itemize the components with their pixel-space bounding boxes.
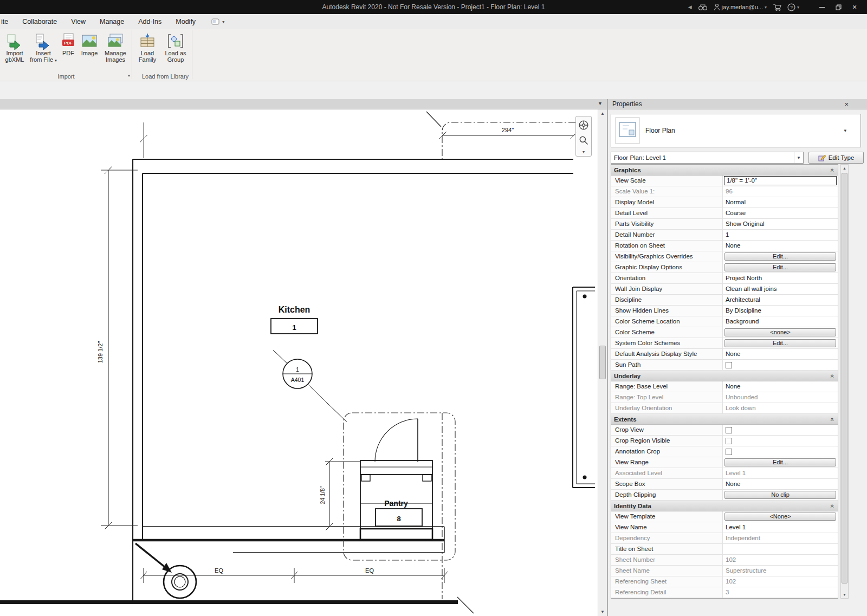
type-selector-caret-icon[interactable]: ▾ <box>844 128 846 133</box>
value-text[interactable]: Coarse <box>723 208 746 218</box>
tab-manage[interactable]: Manage <box>93 14 131 29</box>
value-checkbox[interactable] <box>726 362 732 368</box>
value-input[interactable]: 1/8" = 1'-0" <box>724 176 837 185</box>
collapse-strip-icon[interactable]: ▼ <box>598 101 603 106</box>
value-button[interactable]: Edit... <box>724 263 836 271</box>
import-gbxml-button[interactable]: Import gbXML <box>1 30 28 63</box>
value-text[interactable]: Architectural <box>723 295 760 305</box>
insert-from-file-button[interactable]: Insert from File ▾ <box>28 30 59 64</box>
close-button[interactable]: × <box>846 0 863 14</box>
value-button[interactable]: Edit... <box>724 458 836 466</box>
tab-view[interactable]: View <box>64 14 93 29</box>
property-value <box>723 360 838 370</box>
value-checkbox[interactable] <box>726 438 732 444</box>
search-button[interactable] <box>698 3 708 11</box>
value-text: Unbounded <box>723 392 758 403</box>
door-swing-arc[interactable] <box>375 419 418 462</box>
minimize-icon <box>819 7 825 8</box>
steering-wheel-icon[interactable] <box>578 119 590 131</box>
value-text[interactable]: None <box>723 349 741 359</box>
ribbon-group-import[interactable]: Import <box>0 72 132 81</box>
type-selector[interactable]: Floor Plan ▾ <box>611 114 861 147</box>
value-text[interactable]: By Discipline <box>723 306 761 316</box>
load-as-group-button[interactable]: Load as Group <box>161 30 190 63</box>
value-button[interactable]: Edit... <box>724 252 836 261</box>
ribbon-display-toggle[interactable]: ▾ <box>208 14 228 29</box>
edit-type-label: Edit Type <box>829 154 855 161</box>
dimension-top[interactable]: 294" <box>502 127 514 133</box>
dimension-eq-right[interactable]: EQ <box>365 567 374 574</box>
kitchen-room-name[interactable]: Kitchen <box>279 305 310 314</box>
value-text[interactable]: Clean all wall joins <box>723 284 777 294</box>
property-group-extents[interactable]: Extents« <box>611 414 838 425</box>
properties-scrollbar[interactable]: ▲ ▼ <box>840 164 849 599</box>
value-text[interactable]: Show Original <box>723 219 765 229</box>
value-button[interactable]: <none> <box>724 328 836 336</box>
load-family-button[interactable]: Load Family <box>134 30 161 63</box>
callout-sheet-number[interactable]: A401 <box>291 377 305 383</box>
navbar-caret-icon[interactable]: ▾ <box>583 150 585 154</box>
value-text[interactable]: None <box>723 241 741 251</box>
minimize-button[interactable] <box>814 0 830 14</box>
import-group-expand-icon[interactable]: ▾ <box>128 73 130 78</box>
tab-ite[interactable]: ite <box>0 14 15 29</box>
canvas-vertical-scrollbar[interactable]: ▲ ▼ <box>598 109 607 616</box>
property-group-underlay[interactable]: Underlay« <box>611 371 838 381</box>
property-label: Scale Value 1: <box>611 186 723 197</box>
dimension-eq-left[interactable]: EQ <box>215 567 223 574</box>
floor-plan-drawing[interactable]: 294" 139 1/2" 24 1/8" EQ EQ Kitchen 1 1 … <box>0 109 598 616</box>
app-store-button[interactable] <box>773 3 781 11</box>
value-text[interactable]: Level 1 <box>723 522 746 533</box>
value-checkbox[interactable] <box>726 449 732 455</box>
scrollbar-thumb[interactable] <box>842 173 847 583</box>
value-text[interactable]: Background <box>723 316 759 327</box>
navigation-bar[interactable]: ▾ <box>575 116 592 157</box>
link-pdf-button[interactable]: PDF PDF <box>59 30 78 63</box>
value-button[interactable]: Edit... <box>724 339 836 347</box>
scroll-down-icon[interactable]: ▼ <box>598 609 607 614</box>
dimension-pantry[interactable]: 24 1/8" <box>319 486 326 504</box>
callout-detail-number[interactable]: 1 <box>296 366 299 373</box>
value-text[interactable]: Normal <box>723 197 746 208</box>
value-button[interactable]: No clip <box>724 491 836 499</box>
dimension-left[interactable]: 139 1/2" <box>97 341 103 364</box>
scroll-up-icon[interactable]: ▲ <box>841 166 848 170</box>
instance-selector-combo[interactable]: Floor Plan: Level 1 ▾ <box>611 152 804 164</box>
tab-add-ins[interactable]: Add-Ins <box>131 14 169 29</box>
scroll-up-icon[interactable]: ▲ <box>598 111 607 116</box>
restore-button[interactable] <box>830 0 846 14</box>
value-text[interactable]: None <box>723 479 741 489</box>
collapse-group-icon[interactable]: « <box>830 504 836 508</box>
instance-selector-caret-icon[interactable]: ▾ <box>794 152 803 163</box>
property-group-graphics[interactable]: Graphics« <box>611 165 838 176</box>
kitchen-room-number[interactable]: 1 <box>292 323 296 332</box>
property-label: Referencing Detail <box>611 587 723 598</box>
close-properties-icon[interactable]: × <box>844 101 849 108</box>
tab-collaborate[interactable]: Collaborate <box>15 14 64 29</box>
property-value[interactable] <box>723 544 838 554</box>
manage-images-button[interactable]: Manage Images <box>101 30 130 63</box>
edit-type-button[interactable]: Edit Type <box>808 152 864 164</box>
scrollbar-thumb[interactable] <box>599 346 606 379</box>
help-menu[interactable]: ? ▾ <box>787 3 799 11</box>
collapse-group-icon[interactable]: « <box>830 168 836 172</box>
scroll-down-icon[interactable]: ▼ <box>841 593 848 596</box>
value-text[interactable]: None <box>723 381 741 392</box>
collapse-group-icon[interactable]: « <box>830 417 836 421</box>
value-text[interactable]: Project North <box>723 273 762 283</box>
pantry-room-number[interactable]: 8 <box>397 515 400 523</box>
link-image-button[interactable]: Image <box>78 30 101 63</box>
collapse-group-icon[interactable]: « <box>830 374 836 378</box>
value-button[interactable]: <None> <box>724 513 836 521</box>
value-text[interactable]: 1 <box>723 230 729 240</box>
infocenter-back-icon[interactable]: ◀ <box>688 4 692 10</box>
property-group-identity-data[interactable]: Identity Data« <box>611 501 838 511</box>
instance-selector-value: Floor Plan: Level 1 <box>614 154 666 161</box>
ribbon-group-load-from-library[interactable]: Load from Library <box>135 72 195 81</box>
value-checkbox[interactable] <box>726 427 732 433</box>
pdf-icon: PDF <box>60 33 77 50</box>
account-menu[interactable]: jay.merlan@u... ▾ <box>714 3 767 11</box>
drawing-area[interactable]: 294" 139 1/2" 24 1/8" EQ EQ Kitchen 1 1 … <box>0 109 598 616</box>
tab-modify[interactable]: Modify <box>169 14 203 29</box>
zoom-icon[interactable] <box>578 135 589 146</box>
